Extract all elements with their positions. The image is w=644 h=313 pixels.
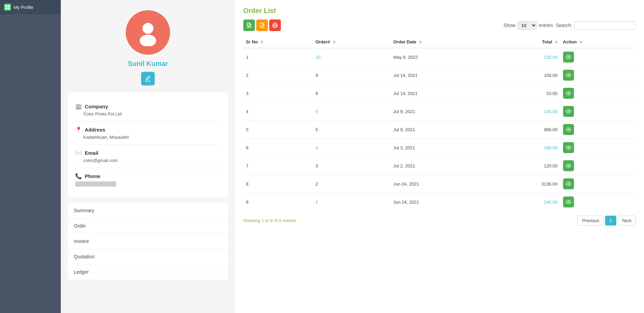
entries-info: Showing 1 to 9 of 9 entries (243, 218, 296, 223)
info-card: 🏢 Company Color Prints Pvt Ltd 📍 Address… (68, 92, 228, 198)
export-csv-button[interactable] (243, 19, 255, 31)
next-button[interactable]: Next (618, 216, 636, 226)
address-icon: 📍 (75, 126, 82, 133)
search-label: Search: (556, 23, 572, 28)
svg-point-14 (568, 111, 569, 112)
page-1-button[interactable]: 1 (605, 216, 616, 226)
view-button[interactable] (563, 196, 574, 207)
phone-info: 📞 Phone XXXXXXXXXX (75, 168, 221, 191)
view-button[interactable] (563, 70, 574, 81)
col-date: Order Date ⇅ (390, 36, 494, 48)
address-value: Kadamkuan, Masaudhi (75, 135, 221, 140)
view-button[interactable] (563, 142, 574, 153)
view-button[interactable] (563, 178, 574, 189)
cell-date: May 9, 2022 (390, 48, 494, 66)
col-sr: Sr No ⇅ (243, 36, 313, 48)
nav-item-order[interactable]: Order (68, 218, 228, 234)
svg-rect-2 (5, 8, 7, 9)
nav-item-summary[interactable]: Summary (68, 203, 228, 218)
cell-sr: 6 (243, 139, 313, 157)
table-row: 64Jul 3, 2021180.00 (243, 139, 636, 157)
view-button[interactable] (563, 106, 574, 117)
cell-date: Jul 9, 2021 (390, 121, 494, 139)
cell-total: 240.00 (494, 193, 560, 211)
view-button[interactable] (563, 160, 574, 171)
order-link[interactable]: 4 (315, 145, 318, 150)
order-link[interactable]: 10 (315, 55, 320, 60)
svg-rect-0 (5, 5, 7, 7)
total-link[interactable]: 145.00 (544, 109, 558, 114)
cell-order-no: 3 (313, 157, 390, 175)
cell-date: Jul 14, 2021 (390, 84, 494, 103)
cell-order-no: 10 (313, 48, 390, 66)
view-button[interactable] (563, 88, 574, 99)
entries-select[interactable]: 10 25 50 100 (518, 21, 537, 30)
cell-action (560, 139, 636, 157)
svg-point-5 (140, 35, 156, 46)
profile-panel: Sunil Kumar 🏢 Company Color Prints Pvt L… (61, 0, 235, 313)
cell-total: 220.00 (494, 48, 560, 66)
svg-rect-10 (274, 26, 276, 27)
export-buttons (243, 19, 281, 31)
cell-order-no: 9 (313, 66, 390, 84)
table-row: 46Jul 9, 2021145.00 (243, 103, 636, 121)
cell-date: Jun 24, 2021 (390, 175, 494, 193)
phone-value: XXXXXXXXXX (75, 181, 116, 187)
nav-item-quotation[interactable]: Quotation (68, 249, 228, 264)
order-link[interactable]: 1 (315, 200, 318, 205)
cell-date: Jul 14, 2021 (390, 66, 494, 84)
export-pdf-button[interactable] (256, 19, 268, 31)
svg-point-17 (568, 165, 569, 166)
cell-action (560, 175, 636, 193)
total-link[interactable]: 180.00 (544, 145, 558, 150)
table-row: 110May 9, 2022220.00 (243, 48, 636, 66)
search-area: Search: (556, 21, 636, 30)
svg-point-4 (142, 23, 153, 34)
cell-sr: 9 (243, 193, 313, 211)
cell-sr: 5 (243, 121, 313, 139)
cell-action (560, 84, 636, 103)
table-header: Sr No ⇅ Order# ⇅ Order Date ⇅ Total ⇅ Ac… (243, 36, 636, 48)
cell-order-no: 1 (313, 193, 390, 211)
print-button[interactable] (269, 19, 281, 31)
cell-action (560, 121, 636, 139)
total-link[interactable]: 240.00 (544, 200, 558, 205)
table-row: 82Jun 24, 20213136.00 (243, 175, 636, 193)
cell-order-no: 5 (313, 121, 390, 139)
col-action: Action ⇅ (560, 36, 636, 48)
cell-date: Jul 3, 2021 (390, 139, 494, 157)
svg-point-16 (568, 147, 569, 148)
phone-icon: 📞 (75, 173, 82, 179)
show-label: Show (504, 23, 516, 28)
svg-point-18 (568, 183, 569, 185)
cell-action (560, 193, 636, 211)
cell-sr: 3 (243, 84, 313, 103)
entries-label: entries (539, 23, 553, 28)
view-button[interactable] (563, 124, 574, 135)
svg-point-13 (568, 93, 569, 94)
table-controls: Show 10 25 50 100 entries Search: (504, 21, 636, 30)
view-button[interactable] (563, 52, 574, 63)
company-value: Color Prints Pvt Ltd (75, 111, 221, 117)
nav-item-invoice[interactable]: Invoice (68, 234, 228, 249)
total-link[interactable]: 220.00 (544, 55, 558, 60)
cell-order-no: 6 (313, 103, 390, 121)
col-order: Order# ⇅ (313, 36, 390, 48)
cell-date: Jun 24, 2021 (390, 193, 494, 211)
previous-button[interactable]: Previous (577, 216, 604, 226)
order-list-title: Order List (243, 7, 636, 15)
edit-profile-button[interactable] (141, 72, 155, 85)
cell-total: 3136.00 (494, 175, 560, 193)
order-link[interactable]: 6 (315, 109, 318, 114)
email-value: color@gmail.com (75, 158, 221, 163)
cell-total: 998.00 (494, 121, 560, 139)
cell-order-no: 2 (313, 175, 390, 193)
table-body: 110May 9, 2022220.0029Jul 14, 2021158.00… (243, 48, 636, 211)
search-input[interactable] (574, 21, 636, 30)
company-icon: 🏢 (75, 103, 82, 110)
cell-date: Jul 2, 2021 (390, 157, 494, 175)
svg-rect-3 (8, 8, 10, 9)
nav-item-ledger[interactable]: Ledger (68, 264, 228, 280)
cell-total: 53.00 (494, 84, 560, 103)
table-row: 38Jul 14, 202153.00 (243, 84, 636, 103)
